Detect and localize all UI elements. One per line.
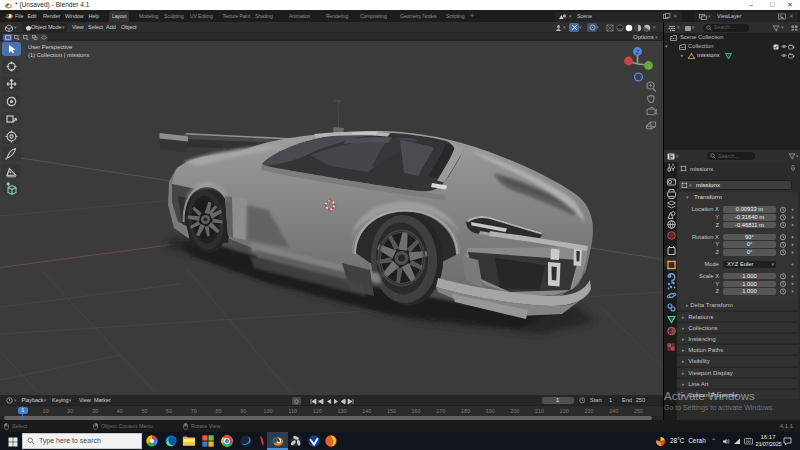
- svg-text:Z: Z: [636, 49, 640, 55]
